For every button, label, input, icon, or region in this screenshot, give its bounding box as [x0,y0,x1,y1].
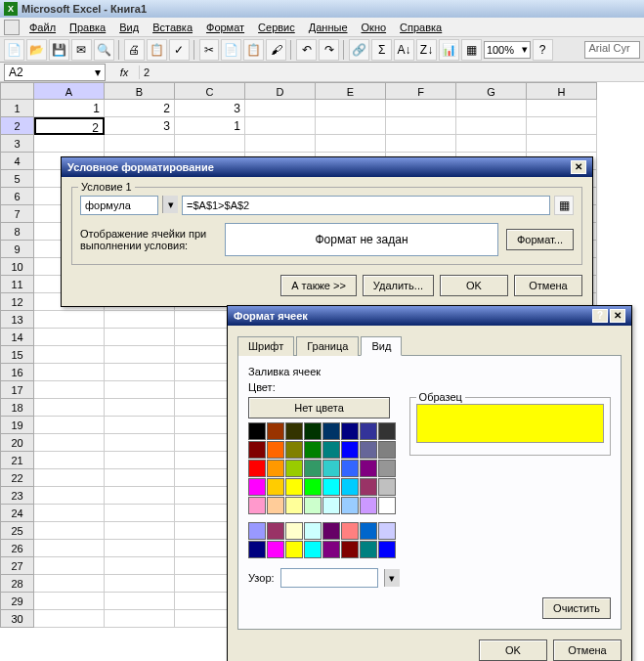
color-swatch[interactable] [248,522,266,540]
cell-B3[interactable] [105,135,175,153]
color-swatch[interactable] [341,497,359,514]
row-head-1[interactable]: 1 [0,100,34,117]
range-picker-icon[interactable]: ▦ [554,196,574,215]
color-swatch[interactable] [378,460,396,477]
cell-B16[interactable] [105,364,175,381]
clear-button[interactable]: Очистить [542,597,611,619]
cell-H2[interactable] [527,117,597,135]
color-swatch[interactable] [378,478,396,496]
color-swatch[interactable] [378,541,396,558]
menu-edit[interactable]: Правка [64,20,111,35]
color-swatch[interactable] [285,422,303,440]
cell-B2[interactable]: 3 [105,117,175,135]
cell-A18[interactable] [34,399,105,417]
color-swatch[interactable] [360,497,377,514]
cf-type-combo[interactable]: формула [80,196,158,215]
row-head-11[interactable]: 11 [0,276,34,293]
cell-A16[interactable] [34,364,105,381]
format-painter-icon[interactable]: 🖌 [266,39,286,61]
cell-C1[interactable]: 3 [175,100,245,117]
color-swatch[interactable] [322,541,340,558]
cut-icon[interactable]: ✂ [199,39,220,61]
menu-view[interactable]: Вид [113,20,145,35]
color-swatch[interactable] [285,497,303,514]
redo-icon[interactable]: ↷ [319,39,339,61]
tab-font[interactable]: Шрифт [237,336,294,356]
sort-desc-icon[interactable]: Z↓ [416,39,437,61]
cf-delete-button[interactable]: Удалить... [363,275,434,296]
cell-E1[interactable] [316,100,386,117]
color-swatch[interactable] [267,497,284,514]
row-head-30[interactable]: 30 [0,610,34,628]
row-head-29[interactable]: 29 [0,593,34,610]
color-swatch[interactable] [322,522,340,540]
color-swatch[interactable] [378,497,396,514]
color-swatch[interactable] [248,497,266,514]
help-icon[interactable]: ? [533,39,553,61]
cell-B13[interactable] [105,311,175,329]
color-swatch[interactable] [285,541,303,558]
color-swatch[interactable] [341,541,359,558]
row-head-27[interactable]: 27 [0,557,34,575]
row-head-15[interactable]: 15 [0,346,34,364]
col-head-C[interactable]: C [175,82,245,100]
menu-insert[interactable]: Вставка [147,20,198,35]
color-swatch[interactable] [285,460,303,477]
cell-F3[interactable] [386,135,456,153]
color-swatch[interactable] [304,478,322,496]
cell-A24[interactable] [34,505,105,522]
sort-asc-icon[interactable]: A↓ [394,39,414,61]
row-head-19[interactable]: 19 [0,417,34,434]
color-swatch[interactable] [378,441,396,459]
color-swatch[interactable] [285,441,303,459]
row-head-2[interactable]: 2 [0,117,34,135]
cell-A2[interactable]: 2 [34,117,105,135]
menu-tools[interactable]: Сервис [252,20,301,35]
col-head-F[interactable]: F [386,82,456,100]
color-swatch[interactable] [285,478,303,496]
copy-icon[interactable]: 📄 [221,39,241,61]
color-swatch[interactable] [360,422,377,440]
cell-B14[interactable] [105,329,175,346]
col-head-G[interactable]: G [456,82,527,100]
cell-A1[interactable]: 1 [34,100,105,117]
cell-D3[interactable] [245,135,316,153]
name-box[interactable]: A2▾ [4,64,106,81]
color-swatch[interactable] [304,441,322,459]
cell-A30[interactable] [34,610,105,628]
menu-data[interactable]: Данные [303,20,354,35]
tab-view[interactable]: Вид [361,336,402,356]
chevron-down-icon[interactable]: ▾ [162,196,178,213]
color-swatch[interactable] [341,441,359,459]
tab-border[interactable]: Граница [296,336,359,356]
app-menu-icon[interactable] [4,20,20,35]
formula-input[interactable]: 2 [139,66,644,79]
row-head-16[interactable]: 16 [0,364,34,381]
cell-E3[interactable] [316,135,386,153]
row-head-14[interactable]: 14 [0,329,34,346]
color-swatch[interactable] [322,497,340,514]
cell-B26[interactable] [105,540,175,557]
link-icon[interactable]: 🔗 [349,39,369,61]
cell-B29[interactable] [105,593,175,610]
color-swatch[interactable] [378,422,396,440]
cell-A3[interactable] [34,135,105,153]
color-swatch[interactable] [341,460,359,477]
col-head-A[interactable]: A [34,82,105,100]
cell-F1[interactable] [386,100,456,117]
col-head-H[interactable]: H [527,82,597,100]
row-head-12[interactable]: 12 [0,293,34,311]
cell-G2[interactable] [456,117,527,135]
cell-A15[interactable] [34,346,105,364]
color-swatch[interactable] [341,422,359,440]
cell-A19[interactable] [34,417,105,434]
color-swatch[interactable] [378,522,396,540]
spell-icon[interactable]: ✓ [169,39,190,61]
cell-B20[interactable] [105,434,175,452]
row-head-25[interactable]: 25 [0,522,34,540]
col-head-E[interactable]: E [316,82,386,100]
cell-H1[interactable] [527,100,597,117]
cell-B15[interactable] [105,346,175,364]
cell-A17[interactable] [34,381,105,399]
cf-cancel-button[interactable]: Отмена [514,275,582,296]
